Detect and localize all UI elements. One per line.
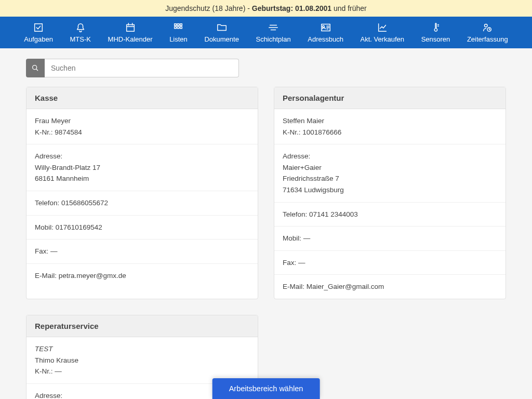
search-input[interactable]: [45, 59, 239, 77]
contact-card[interactable]: PersonalagenturSteffen MaierK-Nr.: 10018…: [274, 87, 506, 299]
card-address-line: Willy-Brandt-Platz 17: [35, 162, 249, 174]
calendar-icon: [125, 22, 136, 33]
card-person-section: TESTThimo KrauseK-Nr.: —: [26, 337, 258, 384]
nav-item-zeiterfassung[interactable]: Zeiterfassung: [467, 22, 508, 43]
card-person-section: Frau MeyerK-Nr.: 9874584: [26, 109, 258, 144]
folder-icon: [216, 22, 228, 33]
user-clock-icon: [482, 22, 493, 33]
nav-item-label: Sensoren: [421, 35, 450, 43]
card-note: TEST: [35, 343, 249, 355]
address-card-icon: [320, 22, 331, 33]
card-fax-section: Fax: —: [26, 240, 258, 264]
card-address-section: Adresse:Maier+GaierFriedrichsstraße 7716…: [274, 144, 506, 202]
card-header: Kasse: [26, 87, 258, 109]
nav-item-label: Akt. Verkaufen: [361, 35, 405, 43]
nav-item-schichtplan[interactable]: Schichtplan: [256, 22, 290, 43]
card-mobile-section: Mobil: —: [274, 227, 506, 251]
youth-protection-banner: Jugendschutz (18 Jahre) - Geburtstag: 01…: [0, 0, 532, 17]
card-person-name: Frau Meyer: [35, 115, 249, 127]
card-address-line: 71634 Ludwigsburg: [283, 184, 497, 196]
card-address-label: Adresse:: [283, 151, 497, 162]
card-person-name: Thimo Krause: [35, 355, 249, 366]
nav-item-sensoren[interactable]: Sensoren: [421, 22, 450, 43]
card-person-name: Steffen Maier: [283, 115, 497, 127]
card-knr: K-Nr.: —: [35, 366, 249, 377]
card-header: Personalagentur: [274, 87, 506, 109]
content-area: KasseFrau MeyerK-Nr.: 9874584Adresse:Wil…: [0, 48, 532, 399]
nav-item-label: Schichtplan: [256, 35, 290, 43]
menu-lines-icon: [268, 22, 279, 33]
card-address-line: Maier+Gaier: [283, 162, 497, 174]
nav-item-label: MHD-Kalender: [108, 35, 153, 43]
nav-item-listen[interactable]: Listen: [169, 22, 188, 43]
nav-item-mhd-kalender[interactable]: MHD-Kalender: [108, 22, 153, 43]
search-icon: [31, 64, 39, 72]
card-address-section: Adresse:Willy-Brandt-Platz 1768161 Mannh…: [26, 144, 258, 191]
nav-item-dokumente[interactable]: Dokumente: [204, 22, 238, 43]
nav-item-label: Adressbuch: [308, 35, 343, 43]
nav-item-mts-k[interactable]: MTS-K: [70, 22, 91, 43]
card-mobile-section: Mobil: 017610169542: [26, 216, 258, 240]
card-address-label: Adresse:: [35, 151, 249, 162]
nav-item-aufgaben[interactable]: Aufgaben: [24, 22, 53, 43]
grid-icon: [172, 22, 184, 33]
card-address-line: 68161 Mannheim: [35, 173, 249, 184]
card-header: Reperaturservice: [26, 315, 258, 337]
thermometer-icon: [430, 22, 441, 33]
banner-prefix: Jugendschutz (18 Jahre) -: [165, 4, 252, 12]
main-nav: AufgabenMTS-KMHD-KalenderListenDokumente…: [0, 17, 532, 48]
nav-item-label: Zeiterfassung: [467, 35, 508, 43]
card-knr: K-Nr.: 9874584: [35, 127, 249, 138]
card-phone-section: Telefon: 015686055672: [26, 191, 258, 216]
nav-item-adressbuch[interactable]: Adressbuch: [308, 22, 343, 43]
card-knr: K-Nr.: 1001876666: [283, 127, 497, 138]
contact-card[interactable]: KasseFrau MeyerK-Nr.: 9874584Adresse:Wil…: [26, 87, 258, 299]
workspace-select-button[interactable]: Arbeitsbereich wählen: [212, 378, 320, 399]
nav-item-label: Listen: [169, 35, 188, 43]
nav-item-label: Aufgaben: [24, 35, 53, 43]
card-email-section: E-Mail: Maier_Gaier@gmail.com: [274, 275, 506, 299]
bell-icon: [75, 22, 86, 33]
nav-item-label: Dokumente: [204, 35, 238, 43]
banner-suffix: und früher: [331, 4, 367, 12]
card-phone-section: Telefon: 07141 2344003: [274, 203, 506, 227]
card-fax-section: Fax: —: [274, 251, 506, 275]
card-email-section: E-Mail: petra.meyer@gmx.de: [26, 264, 258, 288]
cards-grid: KasseFrau MeyerK-Nr.: 9874584Adresse:Wil…: [26, 87, 506, 399]
nav-item-label: MTS-K: [70, 35, 91, 43]
search-button[interactable]: [26, 59, 45, 77]
nav-item-akt-verkaufen[interactable]: Akt. Verkaufen: [361, 22, 405, 43]
banner-bold: Geburtstag: 01.08.2001: [252, 4, 331, 12]
search-bar: [26, 59, 239, 77]
chart-icon: [377, 22, 388, 33]
card-person-section: Steffen MaierK-Nr.: 1001876666: [274, 109, 506, 144]
card-address-line: Friedrichsstraße 7: [283, 173, 497, 184]
check-square-icon: [33, 22, 44, 33]
